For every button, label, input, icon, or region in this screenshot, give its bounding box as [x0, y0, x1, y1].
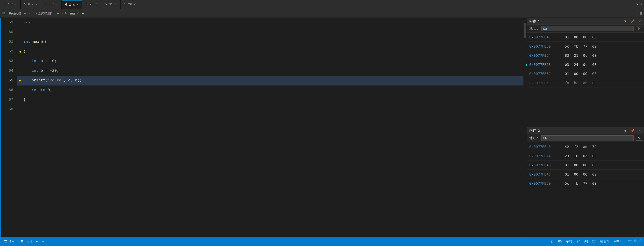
mem-2-bytes-1: 23 10 0c 00 — [564, 154, 597, 158]
status-bar: 72 % ▼ ⊗ 0 ⚠ 1 ← → 行: 65 字符: 24 列: 27 制表… — [0, 237, 644, 246]
memory-1-dropdown-btn[interactable]: ▼ — [623, 19, 628, 23]
memory-1-close-btn[interactable]: ✕ — [637, 19, 642, 23]
memory-2-pin-btn[interactable]: 📌 — [630, 129, 636, 133]
mem-1-byte-0-2: 00 — [582, 35, 588, 39]
status-nav-back[interactable]: ← — [36, 240, 38, 243]
tab-5.3.c[interactable]: 5.3.c × — [41, 0, 62, 9]
line-64-num: -20 — [50, 66, 57, 76]
tab-label: 5.26.c — [124, 3, 136, 6]
memory-1-refresh-btn[interactable]: ↻ — [636, 26, 642, 31]
mem-2-byte-4-0: 5c — [564, 181, 570, 185]
warning-count: 1 — [30, 240, 32, 243]
tab-5.31.c[interactable]: 5.31.c — [101, 0, 121, 9]
memory-1-row-5: 0x0077FB60 f8 bc ab 00 — [527, 78, 644, 88]
mem-2-byte-2-1: 00 — [573, 163, 579, 167]
line-65-printf: printf — [32, 76, 45, 85]
tab-5.28.c[interactable]: 5.28.c — [82, 0, 101, 9]
status-col: 24 — [577, 240, 581, 243]
tab-settings-icon[interactable]: ⚙ — [640, 2, 642, 7]
memory-1-row-2: 0x0077FB54 83 21 0c 00 — [527, 51, 644, 60]
mem-1-byte-3-3: 00 — [591, 63, 597, 67]
mem-1-byte-3-0: b3 — [564, 63, 570, 67]
error-count: 0 — [21, 240, 23, 243]
memory-2-addr-input[interactable] — [541, 135, 634, 141]
tab-label: 6.1.c — [65, 3, 75, 7]
breakpoint-62: ◆ — [17, 47, 23, 56]
nav-back-icon[interactable]: ← — [36, 240, 38, 243]
memory-1-pin-btn[interactable]: 📌 — [630, 19, 636, 23]
memory-2-dropdown-btn[interactable]: ▼ — [623, 129, 628, 133]
tab-close-icon[interactable]: × — [56, 3, 58, 6]
nav-forward-icon[interactable]: → — [42, 240, 44, 243]
status-zoom[interactable]: 72 % ▼ — [3, 240, 14, 243]
function-icon: ⊕ — [65, 11, 67, 15]
scrollbar-thumb[interactable] — [524, 23, 526, 38]
zoom-dropdown-icon[interactable]: ▼ — [12, 240, 14, 243]
mem-2-byte-3-0: 01 — [564, 172, 570, 176]
code-line-63: int a = 10; — [17, 56, 523, 66]
breadcrumb-sep1: › — [28, 11, 30, 15]
tab-label: 5.3.c — [45, 3, 54, 6]
status-encoding: 制表符 — [600, 239, 610, 244]
line-num-64: 64 — [3, 66, 13, 76]
mem-2-byte-3-2: 00 — [582, 172, 588, 176]
mem-1-bytes-0: 01 00 00 00 — [564, 35, 597, 39]
memory-2-title: 内存 2 — [529, 128, 540, 133]
line-67-content: } — [23, 95, 26, 105]
breakpoint-61: ▸ — [17, 37, 23, 47]
split-editor-icon[interactable]: ⊞ — [639, 11, 642, 16]
editor-scrollbar[interactable] — [523, 18, 527, 237]
mem-2-byte-4-1: fb — [573, 181, 579, 185]
tab-5.26.c[interactable]: 5.26.c — [121, 0, 140, 9]
code-line-67: } — [17, 95, 523, 105]
memory-2-row-2: 0x0077FB48 01 00 00 00 — [527, 161, 644, 170]
line-64-op: = — [43, 66, 50, 76]
line-63-semi: ; — [54, 56, 57, 66]
memory-2-row-1: 0x0077FB44 23 10 0c 00 — [527, 151, 644, 161]
line-62-content: { — [23, 47, 26, 56]
fold-icon-61[interactable]: ▸ — [20, 37, 21, 47]
code-lines[interactable]: //} ▸ int main() ◆ — [16, 18, 523, 237]
code-editor[interactable]: 59 60 61 62 63 64 65 66 67 68 //} — [0, 18, 527, 237]
tab-close-icon[interactable]: × — [15, 3, 17, 6]
tab-close-icon[interactable]: × — [77, 3, 78, 6]
mem-2-bytes-2: 01 00 00 00 — [564, 163, 597, 167]
mem-2-byte-1-2: 0c — [582, 154, 588, 158]
mem-1-byte-1-3: 00 — [591, 44, 597, 48]
memory-2-close-btn[interactable]: ✕ — [637, 129, 642, 133]
warning-icon: ⚠ — [27, 239, 29, 243]
tab-label: 5.6.c — [24, 3, 34, 6]
tab-6.1.c[interactable]: 6.1.c × — [62, 0, 82, 9]
breadcrumb-sep2: › — [61, 11, 63, 15]
memory-2-refresh-btn[interactable]: ↻ — [636, 136, 642, 141]
memory-1-header: 内存 1 ▼ 📌 ✕ — [527, 18, 644, 25]
function-dropdown[interactable]: main() — [68, 10, 85, 17]
project-dropdown[interactable]: Project2 — [6, 10, 27, 17]
status-nav-forward[interactable]: → — [42, 240, 44, 243]
line-64-semi: ; — [57, 66, 59, 76]
memory-2-data: 0x0077FB40 42 f2 ad 79 0x0077FB44 23 10 … — [527, 142, 644, 237]
tab-dropdown-icon[interactable]: ▼ — [636, 3, 638, 7]
memory-2-actions: ▼ 📌 ✕ — [623, 129, 642, 133]
line-num-68: 68 — [3, 105, 13, 114]
mem-1-byte-4-1: 00 — [573, 72, 579, 76]
scope-dropdown[interactable]: （全局范围） — [32, 10, 60, 17]
mem-1-byte-3-1: 24 — [573, 63, 579, 67]
tab-close-icon[interactable]: × — [36, 3, 37, 6]
status-row: 65 — [558, 240, 562, 243]
memory-1-title: 内存 1 — [529, 19, 540, 23]
code-line-64: int b = -20; — [17, 66, 523, 76]
breakpoint-65: ▶ — [17, 76, 23, 85]
tab-5.4.c[interactable]: 5.4.c × — [0, 0, 21, 9]
mem-2-byte-3-3: 00 — [591, 172, 597, 176]
mem-1-bytes-3: b3 24 0c 00 — [564, 63, 597, 67]
mem-1-byte-0-3: 00 — [591, 35, 597, 39]
memory-1-addr-input[interactable] — [541, 26, 634, 31]
line-65-paren-open: ( — [45, 76, 48, 85]
code-line-65: ▶ printf("%d %d", a, b); — [17, 76, 523, 85]
tab-5.6.c[interactable]: 5.6.c × — [21, 0, 41, 9]
memory-section-1: 内存 1 ▼ 📌 ✕ 地址： ↻ 0x0077FB4C 01 00 — [527, 18, 644, 127]
line-65-str: "%d %d" — [48, 76, 64, 85]
status-errors[interactable]: ⊗ 0 — [18, 239, 23, 243]
status-warnings[interactable]: ⚠ 1 — [27, 239, 32, 243]
